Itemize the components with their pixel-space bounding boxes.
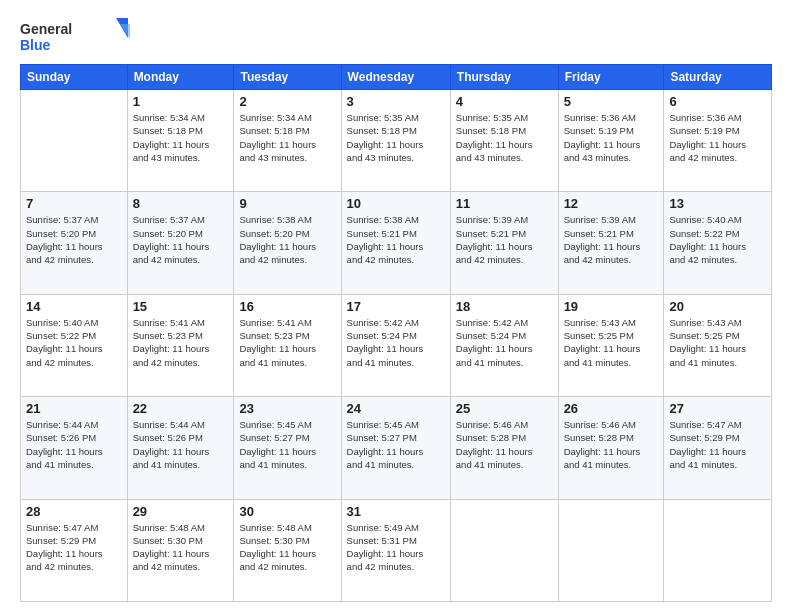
calendar-cell: 21Sunrise: 5:44 AM Sunset: 5:26 PM Dayli… (21, 397, 128, 499)
day-number: 31 (347, 504, 445, 519)
day-number: 9 (239, 196, 335, 211)
day-number: 21 (26, 401, 122, 416)
day-number: 7 (26, 196, 122, 211)
day-number: 10 (347, 196, 445, 211)
calendar-cell: 12Sunrise: 5:39 AM Sunset: 5:21 PM Dayli… (558, 192, 664, 294)
calendar-cell: 13Sunrise: 5:40 AM Sunset: 5:22 PM Dayli… (664, 192, 772, 294)
col-header-friday: Friday (558, 65, 664, 90)
day-number: 4 (456, 94, 553, 109)
calendar-cell: 6Sunrise: 5:36 AM Sunset: 5:19 PM Daylig… (664, 90, 772, 192)
day-number: 1 (133, 94, 229, 109)
calendar-header-row: SundayMondayTuesdayWednesdayThursdayFrid… (21, 65, 772, 90)
day-number: 6 (669, 94, 766, 109)
day-info: Sunrise: 5:41 AM Sunset: 5:23 PM Dayligh… (133, 316, 229, 369)
day-number: 16 (239, 299, 335, 314)
calendar-cell (21, 90, 128, 192)
day-number: 5 (564, 94, 659, 109)
day-info: Sunrise: 5:41 AM Sunset: 5:23 PM Dayligh… (239, 316, 335, 369)
day-number: 15 (133, 299, 229, 314)
day-info: Sunrise: 5:36 AM Sunset: 5:19 PM Dayligh… (564, 111, 659, 164)
logo-svg: General Blue (20, 16, 130, 56)
day-info: Sunrise: 5:42 AM Sunset: 5:24 PM Dayligh… (456, 316, 553, 369)
day-info: Sunrise: 5:43 AM Sunset: 5:25 PM Dayligh… (564, 316, 659, 369)
calendar-cell: 11Sunrise: 5:39 AM Sunset: 5:21 PM Dayli… (450, 192, 558, 294)
calendar-week-4: 21Sunrise: 5:44 AM Sunset: 5:26 PM Dayli… (21, 397, 772, 499)
day-number: 14 (26, 299, 122, 314)
day-info: Sunrise: 5:38 AM Sunset: 5:20 PM Dayligh… (239, 213, 335, 266)
day-info: Sunrise: 5:42 AM Sunset: 5:24 PM Dayligh… (347, 316, 445, 369)
day-number: 23 (239, 401, 335, 416)
calendar-cell (450, 499, 558, 601)
day-info: Sunrise: 5:48 AM Sunset: 5:30 PM Dayligh… (239, 521, 335, 574)
calendar-cell: 25Sunrise: 5:46 AM Sunset: 5:28 PM Dayli… (450, 397, 558, 499)
day-number: 20 (669, 299, 766, 314)
day-number: 12 (564, 196, 659, 211)
calendar-cell: 20Sunrise: 5:43 AM Sunset: 5:25 PM Dayli… (664, 294, 772, 396)
calendar-cell: 10Sunrise: 5:38 AM Sunset: 5:21 PM Dayli… (341, 192, 450, 294)
day-info: Sunrise: 5:48 AM Sunset: 5:30 PM Dayligh… (133, 521, 229, 574)
day-number: 27 (669, 401, 766, 416)
calendar-table: SundayMondayTuesdayWednesdayThursdayFrid… (20, 64, 772, 602)
day-number: 18 (456, 299, 553, 314)
day-info: Sunrise: 5:34 AM Sunset: 5:18 PM Dayligh… (239, 111, 335, 164)
day-info: Sunrise: 5:45 AM Sunset: 5:27 PM Dayligh… (239, 418, 335, 471)
day-number: 19 (564, 299, 659, 314)
day-info: Sunrise: 5:37 AM Sunset: 5:20 PM Dayligh… (26, 213, 122, 266)
calendar-cell: 26Sunrise: 5:46 AM Sunset: 5:28 PM Dayli… (558, 397, 664, 499)
calendar-cell: 2Sunrise: 5:34 AM Sunset: 5:18 PM Daylig… (234, 90, 341, 192)
day-info: Sunrise: 5:36 AM Sunset: 5:19 PM Dayligh… (669, 111, 766, 164)
calendar-week-2: 7Sunrise: 5:37 AM Sunset: 5:20 PM Daylig… (21, 192, 772, 294)
day-info: Sunrise: 5:40 AM Sunset: 5:22 PM Dayligh… (26, 316, 122, 369)
calendar-cell: 24Sunrise: 5:45 AM Sunset: 5:27 PM Dayli… (341, 397, 450, 499)
day-info: Sunrise: 5:49 AM Sunset: 5:31 PM Dayligh… (347, 521, 445, 574)
logo-mark: General Blue (20, 16, 130, 56)
calendar-cell: 14Sunrise: 5:40 AM Sunset: 5:22 PM Dayli… (21, 294, 128, 396)
day-number: 8 (133, 196, 229, 211)
svg-text:Blue: Blue (20, 37, 51, 53)
col-header-tuesday: Tuesday (234, 65, 341, 90)
calendar-cell: 17Sunrise: 5:42 AM Sunset: 5:24 PM Dayli… (341, 294, 450, 396)
day-number: 2 (239, 94, 335, 109)
calendar-cell (664, 499, 772, 601)
col-header-monday: Monday (127, 65, 234, 90)
calendar-cell (558, 499, 664, 601)
calendar-cell: 3Sunrise: 5:35 AM Sunset: 5:18 PM Daylig… (341, 90, 450, 192)
calendar-cell: 5Sunrise: 5:36 AM Sunset: 5:19 PM Daylig… (558, 90, 664, 192)
calendar-cell: 1Sunrise: 5:34 AM Sunset: 5:18 PM Daylig… (127, 90, 234, 192)
day-number: 24 (347, 401, 445, 416)
logo: General Blue (20, 16, 130, 56)
day-number: 22 (133, 401, 229, 416)
col-header-thursday: Thursday (450, 65, 558, 90)
calendar-week-5: 28Sunrise: 5:47 AM Sunset: 5:29 PM Dayli… (21, 499, 772, 601)
day-number: 13 (669, 196, 766, 211)
day-number: 29 (133, 504, 229, 519)
day-number: 11 (456, 196, 553, 211)
calendar-cell: 22Sunrise: 5:44 AM Sunset: 5:26 PM Dayli… (127, 397, 234, 499)
day-info: Sunrise: 5:38 AM Sunset: 5:21 PM Dayligh… (347, 213, 445, 266)
calendar-cell: 31Sunrise: 5:49 AM Sunset: 5:31 PM Dayli… (341, 499, 450, 601)
col-header-saturday: Saturday (664, 65, 772, 90)
day-info: Sunrise: 5:44 AM Sunset: 5:26 PM Dayligh… (133, 418, 229, 471)
day-info: Sunrise: 5:39 AM Sunset: 5:21 PM Dayligh… (456, 213, 553, 266)
calendar-cell: 28Sunrise: 5:47 AM Sunset: 5:29 PM Dayli… (21, 499, 128, 601)
calendar-cell: 9Sunrise: 5:38 AM Sunset: 5:20 PM Daylig… (234, 192, 341, 294)
day-number: 17 (347, 299, 445, 314)
calendar-cell: 18Sunrise: 5:42 AM Sunset: 5:24 PM Dayli… (450, 294, 558, 396)
day-info: Sunrise: 5:34 AM Sunset: 5:18 PM Dayligh… (133, 111, 229, 164)
calendar-cell: 27Sunrise: 5:47 AM Sunset: 5:29 PM Dayli… (664, 397, 772, 499)
svg-text:General: General (20, 21, 72, 37)
day-info: Sunrise: 5:45 AM Sunset: 5:27 PM Dayligh… (347, 418, 445, 471)
calendar-cell: 19Sunrise: 5:43 AM Sunset: 5:25 PM Dayli… (558, 294, 664, 396)
day-info: Sunrise: 5:37 AM Sunset: 5:20 PM Dayligh… (133, 213, 229, 266)
page-header: General Blue (20, 16, 772, 56)
day-number: 30 (239, 504, 335, 519)
col-header-sunday: Sunday (21, 65, 128, 90)
calendar-cell: 16Sunrise: 5:41 AM Sunset: 5:23 PM Dayli… (234, 294, 341, 396)
calendar-cell: 23Sunrise: 5:45 AM Sunset: 5:27 PM Dayli… (234, 397, 341, 499)
day-info: Sunrise: 5:35 AM Sunset: 5:18 PM Dayligh… (456, 111, 553, 164)
day-info: Sunrise: 5:47 AM Sunset: 5:29 PM Dayligh… (26, 521, 122, 574)
calendar-cell: 29Sunrise: 5:48 AM Sunset: 5:30 PM Dayli… (127, 499, 234, 601)
day-info: Sunrise: 5:47 AM Sunset: 5:29 PM Dayligh… (669, 418, 766, 471)
day-info: Sunrise: 5:43 AM Sunset: 5:25 PM Dayligh… (669, 316, 766, 369)
day-info: Sunrise: 5:44 AM Sunset: 5:26 PM Dayligh… (26, 418, 122, 471)
